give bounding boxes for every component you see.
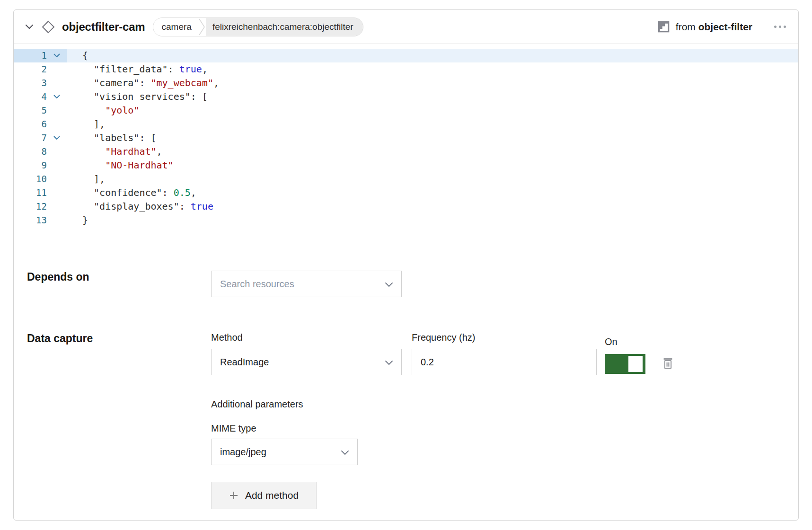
line-number: 6 — [14, 117, 47, 131]
editor-gutter: 6 — [14, 117, 67, 131]
from-module-label: from object-filter — [676, 21, 752, 33]
editor-gutter: 8 — [14, 145, 67, 159]
method-label: Method — [211, 332, 402, 343]
code-line: 1{ — [14, 49, 798, 62]
capture-on-toggle[interactable] — [605, 354, 645, 374]
line-number: 3 — [14, 76, 47, 90]
code-content[interactable]: "display_boxes": true — [67, 200, 798, 213]
code-line: 7 "labels": [ — [14, 131, 798, 145]
data-capture-section: Data capture Method ReadImage Frequency … — [14, 314, 798, 521]
code-content[interactable]: "NO-Hardhat" — [67, 159, 798, 172]
mime-type-select[interactable]: image/jpeg — [211, 439, 358, 465]
mime-type-value: image/jpeg — [220, 447, 266, 458]
editor-gutter: 13 — [14, 213, 67, 227]
code-line: 10 ], — [14, 172, 798, 186]
fold-spacer — [47, 104, 67, 117]
line-number: 1 — [14, 49, 47, 62]
code-line: 3 "camera": "my_webcam", — [14, 76, 798, 90]
component-type-badge: camera felixreichenbach:camera:objectfil… — [153, 18, 363, 36]
code-line: 13} — [14, 213, 798, 227]
line-number: 11 — [14, 186, 47, 200]
code-content[interactable]: ], — [67, 172, 798, 186]
component-card: objectfilter-cam camera felixreichenbach… — [13, 9, 799, 521]
mime-type-label: MIME type — [211, 423, 785, 434]
line-number: 12 — [14, 200, 47, 213]
add-method-button[interactable]: Add method — [211, 482, 317, 509]
collapse-chevron-icon[interactable] — [25, 24, 34, 30]
add-method-label: Add method — [245, 490, 299, 501]
code-line: 11 "confidence": 0.5, — [14, 186, 798, 200]
editor-gutter: 2 — [14, 62, 67, 76]
depends-on-section: Depends on Search resources — [14, 254, 798, 314]
code-content[interactable]: "yolo" — [67, 104, 798, 117]
code-content[interactable]: "camera": "my_webcam", — [67, 76, 798, 90]
frequency-label: Frequency (hz) — [412, 332, 597, 343]
fold-spacer — [47, 145, 67, 159]
additional-parameters-label: Additional parameters — [211, 399, 785, 410]
editor-gutter: 7 — [14, 131, 67, 145]
method-value: ReadImage — [220, 357, 269, 368]
code-line: 6 ], — [14, 117, 798, 131]
component-diamond-icon — [41, 20, 55, 34]
editor-gutter: 10 — [14, 172, 67, 186]
code-content[interactable]: "filter_data": true, — [67, 62, 798, 76]
code-line: 8 "Hardhat", — [14, 145, 798, 159]
code-content[interactable]: } — [67, 213, 798, 227]
editor-gutter: 12 — [14, 200, 67, 213]
line-number: 2 — [14, 62, 47, 76]
fold-spacer — [47, 186, 67, 200]
chevron-down-icon — [385, 279, 393, 290]
fold-spacer — [47, 159, 67, 172]
fold-spacer — [47, 76, 67, 90]
editor-gutter: 1 — [14, 49, 67, 62]
depends-on-heading: Depends on — [27, 271, 211, 283]
editor-gutter: 11 — [14, 186, 67, 200]
code-editor[interactable]: 1{2 "filter_data": true,3 "camera": "my_… — [14, 44, 798, 254]
module-name: object-filter — [698, 21, 752, 32]
code-content[interactable]: ], — [67, 117, 798, 131]
delete-method-button[interactable] — [662, 356, 674, 372]
fold-toggle-icon[interactable] — [47, 131, 67, 145]
chevron-down-icon — [341, 447, 349, 458]
line-number: 8 — [14, 145, 47, 159]
chevron-down-icon — [385, 357, 393, 368]
code-content[interactable]: "labels": [ — [67, 131, 798, 145]
data-capture-heading: Data capture — [27, 332, 211, 344]
editor-gutter: 5 — [14, 104, 67, 117]
line-number: 13 — [14, 213, 47, 227]
code-line: 4 "vision_services": [ — [14, 90, 798, 104]
fold-toggle-icon[interactable] — [47, 49, 67, 62]
code-content[interactable]: "vision_services": [ — [67, 90, 798, 104]
more-options-button[interactable] — [773, 23, 787, 31]
code-line: 2 "filter_data": true, — [14, 62, 798, 76]
fold-spacer — [47, 172, 67, 186]
code-line: 9 "NO-Hardhat" — [14, 159, 798, 172]
fold-spacer — [47, 62, 67, 76]
editor-gutter: 4 — [14, 90, 67, 104]
method-select[interactable]: ReadImage — [211, 349, 402, 375]
code-line: 5 "yolo" — [14, 104, 798, 117]
code-content[interactable]: "confidence": 0.5, — [67, 186, 798, 200]
fold-spacer — [47, 213, 67, 227]
on-label: On — [605, 336, 674, 347]
module-icon — [657, 20, 670, 33]
component-name: objectfilter-cam — [62, 20, 145, 34]
fold-spacer — [47, 117, 67, 131]
line-number: 5 — [14, 104, 47, 117]
fold-spacer — [47, 200, 67, 213]
code-line: 12 "display_boxes": true — [14, 200, 798, 213]
component-header: objectfilter-cam camera felixreichenbach… — [14, 10, 798, 44]
line-number: 4 — [14, 90, 47, 104]
editor-gutter: 9 — [14, 159, 67, 172]
toggle-knob — [628, 356, 643, 372]
line-number: 9 — [14, 159, 47, 172]
badge-separator-icon — [198, 18, 206, 36]
badge-type: camera — [153, 18, 198, 36]
depends-on-select[interactable]: Search resources — [211, 271, 402, 297]
fold-toggle-icon[interactable] — [47, 90, 67, 104]
badge-model: felixreichenbach:camera:objectfilter — [206, 18, 363, 36]
code-content[interactable]: { — [67, 49, 798, 62]
line-number: 10 — [14, 172, 47, 186]
frequency-input[interactable] — [412, 349, 597, 375]
code-content[interactable]: "Hardhat", — [67, 145, 798, 159]
